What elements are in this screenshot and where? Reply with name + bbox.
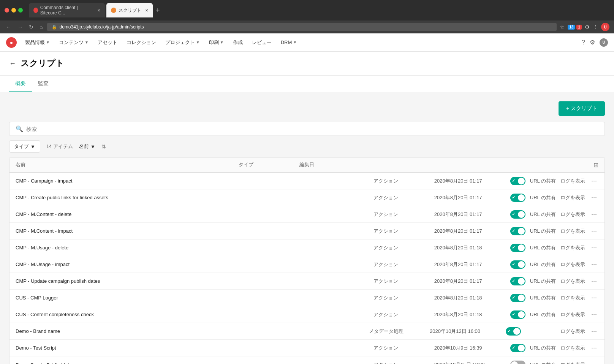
- url-share-link[interactable]: URL の共有: [530, 228, 556, 235]
- close-dot[interactable]: [5, 8, 9, 13]
- nav-item-review[interactable]: レビュー: [248, 38, 275, 47]
- log-view-link-8[interactable]: ログを表示: [560, 311, 585, 318]
- log-view-link-7[interactable]: ログを表示: [560, 295, 585, 301]
- more-button-1[interactable]: ···: [590, 194, 598, 202]
- url-share-link[interactable]: URL の共有: [530, 261, 556, 268]
- back-nav-button[interactable]: ←: [5, 23, 13, 31]
- url-share-link[interactable]: URL の共有: [530, 194, 556, 201]
- url-share-link[interactable]: URL の共有: [530, 295, 556, 301]
- type-filter-label: タイプ: [14, 143, 29, 150]
- nav-item-products[interactable]: 製品情報 ▼: [21, 38, 54, 47]
- url-share-link[interactable]: URL の共有: [530, 345, 556, 351]
- more-button-7[interactable]: ···: [590, 294, 598, 302]
- url-share-link[interactable]: URL の共有: [530, 211, 556, 218]
- more-button-0[interactable]: ···: [590, 177, 598, 185]
- tab-close-1[interactable]: ✕: [97, 8, 100, 13]
- url-share-link[interactable]: URL の共有: [530, 244, 556, 251]
- more-button-6[interactable]: ···: [590, 277, 598, 285]
- more-button-3[interactable]: ···: [590, 227, 598, 235]
- toggle-1[interactable]: ✓: [510, 194, 525, 202]
- home-button[interactable]: ⌂: [38, 23, 44, 31]
- help-button[interactable]: ?: [582, 39, 585, 46]
- scripts-table: 名前 タイプ 編集日 ⊞ CMP - Campaign - impact アクシ…: [9, 157, 605, 364]
- cell-date-10: 2020年10月9日 16:39: [434, 345, 510, 351]
- log-view-link-4[interactable]: ログを表示: [560, 244, 585, 251]
- log-view-link-0[interactable]: ログを表示: [560, 178, 585, 184]
- log-view-link-1[interactable]: ログを表示: [560, 194, 585, 201]
- more-button-9[interactable]: ···: [590, 327, 598, 335]
- nav-item-print[interactable]: 印刷 ▼: [205, 38, 228, 47]
- add-tab-button[interactable]: +: [154, 3, 161, 17]
- browser-tab-1[interactable]: Commands client | Sitecore C... ✕: [29, 3, 105, 17]
- toggle-10[interactable]: ✓: [510, 344, 525, 352]
- more-button-2[interactable]: ···: [590, 210, 598, 218]
- name-filter-button[interactable]: 名前 ▼: [79, 143, 95, 150]
- toggle-2[interactable]: ✓: [510, 210, 525, 219]
- toggle-8[interactable]: ✓: [510, 310, 525, 319]
- toggle-6[interactable]: ✓: [510, 277, 525, 285]
- cell-date-4: 2020年8月20日 01:18: [434, 244, 510, 251]
- toggle-4[interactable]: ✓: [510, 244, 525, 252]
- add-script-button[interactable]: + スクリプト: [559, 101, 605, 116]
- app-logo[interactable]: ●: [6, 37, 17, 48]
- toggle-0[interactable]: ✓: [510, 177, 525, 185]
- browser-menu-button[interactable]: ⋮: [593, 24, 598, 30]
- toggle-5[interactable]: ✓: [510, 260, 525, 269]
- nav-item-contents[interactable]: コンテンツ ▼: [55, 38, 92, 47]
- url-share-link[interactable]: URL の共有: [530, 361, 556, 364]
- nav-item-assets[interactable]: アセット: [94, 38, 121, 47]
- page-back-button[interactable]: ←: [9, 60, 16, 68]
- browser-profile-avatar[interactable]: U: [601, 23, 609, 31]
- tab-close-2[interactable]: ✕: [145, 8, 148, 13]
- log-view-link-2[interactable]: ログを表示: [560, 211, 585, 218]
- log-view-link-3[interactable]: ログを表示: [560, 228, 585, 235]
- sort-button[interactable]: ⇅: [101, 143, 106, 150]
- settings-button[interactable]: ⚙: [590, 39, 595, 46]
- tab-audit[interactable]: 監査: [32, 76, 55, 92]
- user-avatar[interactable]: U: [600, 38, 608, 47]
- grid-view-button[interactable]: ⊞: [593, 161, 598, 169]
- log-view-link-11[interactable]: ログを表示: [560, 361, 585, 364]
- cell-type-8: アクション: [373, 311, 434, 318]
- url-share-link[interactable]: URL の共有: [530, 311, 556, 318]
- toggle-9[interactable]: ✓: [506, 327, 521, 336]
- toggle-knob-1: [518, 194, 525, 201]
- cell-name-10: Demo - Test Script: [16, 340, 373, 355]
- extensions-button[interactable]: ⚙: [585, 24, 590, 30]
- minimize-dot[interactable]: [11, 8, 16, 13]
- log-view-link-5[interactable]: ログを表示: [560, 261, 585, 268]
- forward-nav-button[interactable]: →: [16, 23, 24, 31]
- cell-name-1: CMP - Create public links for linked ass…: [16, 190, 373, 205]
- nav-item-create[interactable]: 作成: [229, 38, 247, 47]
- toggle-7[interactable]: ✓: [510, 294, 525, 302]
- nav-chevron-print: ▼: [220, 40, 224, 44]
- bookmark-button[interactable]: ☆: [560, 24, 565, 30]
- browser-action-icons: ☆ 13 1 ⚙ ⋮ U: [560, 23, 609, 31]
- tab-overview[interactable]: 概要: [9, 76, 32, 92]
- maximize-dot[interactable]: [18, 8, 23, 13]
- more-button-8[interactable]: ···: [590, 310, 598, 318]
- more-button-10[interactable]: ···: [590, 344, 598, 352]
- toggle-knob-5: [518, 261, 525, 268]
- cell-type-4: アクション: [373, 244, 434, 251]
- more-button-11[interactable]: ···: [590, 361, 598, 364]
- url-share-link[interactable]: URL の共有: [530, 278, 556, 285]
- cell-type-10: アクション: [373, 345, 434, 351]
- search-input[interactable]: [26, 126, 598, 132]
- url-share-link[interactable]: URL の共有: [530, 178, 556, 184]
- reload-button[interactable]: ↻: [27, 23, 35, 31]
- toggle-11[interactable]: [510, 361, 525, 364]
- nav-item-collections[interactable]: コレクション: [123, 38, 160, 47]
- url-bar[interactable]: 🔒 demo341jp.stylelabs.io/ja-jp/admin/scr…: [47, 23, 557, 31]
- toggle-3[interactable]: ✓: [510, 227, 525, 235]
- log-view-link-10[interactable]: ログを表示: [560, 345, 585, 351]
- more-button-4[interactable]: ···: [590, 244, 598, 252]
- log-view-link-6[interactable]: ログを表示: [560, 278, 585, 285]
- nav-item-projects[interactable]: プロジェクト ▼: [161, 38, 204, 47]
- more-button-5[interactable]: ···: [590, 260, 598, 268]
- browser-tab-2[interactable]: スクリプト ✕: [106, 3, 153, 17]
- type-filter-button[interactable]: タイプ ▼: [9, 140, 40, 153]
- log-view-link-9[interactable]: ログを表示: [560, 328, 585, 335]
- cell-name-5: CMP - M.Usage - impact: [16, 257, 373, 272]
- nav-item-drm[interactable]: DRM ▼: [277, 38, 301, 47]
